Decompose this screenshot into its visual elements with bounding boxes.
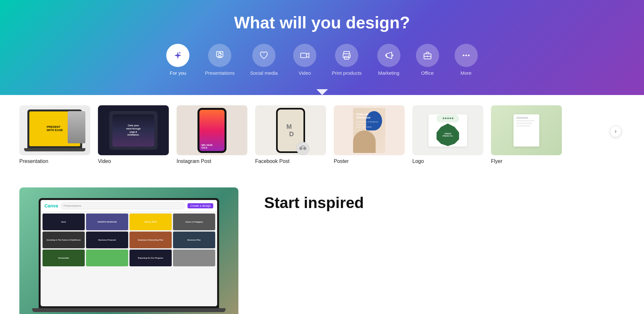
tablet-screen: Clear your mind through yoga & meditatio… xyxy=(112,114,154,147)
phone-frame-instagram: MID-YEARSALE xyxy=(197,108,226,153)
marketing-icon-wrap xyxy=(377,44,400,67)
laptop-mockup-wrap: PRESENTWITH EASE xyxy=(24,109,85,151)
category-more[interactable]: More xyxy=(455,44,478,76)
category-office[interactable]: Office xyxy=(416,44,439,76)
flyer-inner xyxy=(491,105,562,155)
print-products-icon-wrap xyxy=(335,44,358,67)
heart-icon xyxy=(259,51,269,60)
category-navigation: For you Presentations Soc xyxy=(6,44,638,76)
template-card-video[interactable]: Clear your mind through yoga & meditatio… xyxy=(98,105,169,164)
presentation-thumb: PRESENTWITH EASE xyxy=(19,105,90,155)
category-marketing[interactable]: Marketing xyxy=(377,44,400,76)
template-card-poster[interactable]: Pride ArtShowcase an exhibition of all g… xyxy=(334,105,405,164)
svg-point-10 xyxy=(349,55,350,56)
canva-logo: Canva xyxy=(44,203,58,208)
mockup-cell-2: VISUAL ARTS xyxy=(130,214,172,230)
template-card-facebook[interactable]: M D Facebook Post xyxy=(255,105,326,164)
svg-point-18 xyxy=(468,55,469,56)
template-card-presentation[interactable]: PRESENTWITH EASE Presentation xyxy=(19,105,90,164)
start-inspired-heading: Start inspired xyxy=(264,194,364,212)
pres-screen-text: PRESENTWITH EASE xyxy=(45,124,64,133)
more-icon-wrap xyxy=(455,44,478,67)
facebook-label: Facebook Post xyxy=(255,158,290,164)
mockup-cell-4: Investing in The Future of Healthcare xyxy=(43,232,85,248)
flyer-paper xyxy=(514,114,539,147)
category-print-products[interactable]: Print products xyxy=(332,44,362,76)
sparkle-icon xyxy=(173,50,183,61)
megaphone-icon xyxy=(384,51,394,60)
category-presentations[interactable]: Presentations xyxy=(205,44,235,76)
scroll-right-button[interactable]: › xyxy=(610,126,621,137)
pride-subtitle: an exhibition of all genresof art to x ·… xyxy=(356,121,378,128)
presentation-label: Presentation xyxy=(19,158,48,164)
social-media-icon-wrap xyxy=(252,44,275,67)
mockup-laptop-frame: Canva Presentations Create a design Deck… xyxy=(39,198,219,308)
hero-arrow xyxy=(316,89,328,95)
svg-rect-6 xyxy=(301,53,306,58)
category-video[interactable]: Video xyxy=(293,44,316,76)
poster-thumb: Pride ArtShowcase an exhibition of all g… xyxy=(334,105,405,155)
mockup-cell-9 xyxy=(86,250,128,266)
templates-wrapper: PRESENTWITH EASE Presentation xyxy=(19,105,625,164)
svg-point-0 xyxy=(179,52,180,53)
mockup-laptop-screen: Canva Presentations Create a design Deck… xyxy=(41,200,217,306)
more-dots-icon xyxy=(461,51,471,60)
social-media-label: Social media xyxy=(250,70,278,76)
facebook-inner: M D xyxy=(276,108,305,153)
template-card-flyer[interactable]: Flyer xyxy=(491,105,562,164)
mockup-cell-8: Sustainable xyxy=(43,250,85,266)
poster-label: Poster xyxy=(334,158,349,164)
video-thumb: Clear your mind through yoga & meditatio… xyxy=(98,105,169,155)
video-text: Clear your mind through yoga & meditatio… xyxy=(126,124,140,137)
mockup-search-bar: Presentations xyxy=(61,202,185,209)
poster-tan-blob xyxy=(353,130,376,153)
video-icon-wrap xyxy=(293,44,316,67)
presentations-label: Presentations xyxy=(205,70,235,76)
hero-banner: What will you design? For you xyxy=(0,0,644,95)
facebook-thumb: M D xyxy=(255,105,326,155)
mockup-cell-11 xyxy=(173,250,215,266)
laptop-mockup-section: Canva Presentations Create a design Deck… xyxy=(19,187,238,314)
for-you-label: For you xyxy=(170,70,186,76)
phone-screen-instagram: MID-YEARSALE xyxy=(199,110,225,151)
logo-card-inner: ★★★★★ GREENFRESH CO. xyxy=(428,114,467,147)
mockup-cell-10: Reporting On Our Progress xyxy=(130,250,172,266)
logo-thumb: ★★★★★ GREENFRESH CO. xyxy=(412,105,483,155)
templates-row: PRESENTWITH EASE Presentation xyxy=(19,105,625,164)
mockup-grid: DeckGROWTH INCREASEVISUAL ARTSbasics of … xyxy=(41,212,217,268)
template-card-logo[interactable]: ★★★★★ GREENFRESH CO. Logo xyxy=(412,105,483,164)
poster-inner: Pride ArtShowcase an exhibition of all g… xyxy=(353,108,385,153)
insta-sale-text: MID-YEARSALE xyxy=(201,144,213,149)
briefcase-icon xyxy=(423,51,432,60)
mockup-cell-0: Deck xyxy=(43,214,85,230)
hero-title: What will you design? xyxy=(6,13,638,32)
mockup-laptop: Canva Presentations Create a design Deck… xyxy=(35,198,222,312)
canva-mockup-header: Canva Presentations Create a design xyxy=(41,200,217,212)
svg-point-11 xyxy=(392,55,393,56)
laptop-base-bar xyxy=(32,308,226,312)
svg-point-16 xyxy=(463,55,464,56)
category-for-you[interactable]: For you xyxy=(166,44,189,76)
video-label: Video xyxy=(299,70,311,76)
start-inspired-section: Start inspired xyxy=(264,187,364,212)
office-label: Office xyxy=(421,70,434,76)
flyer-thumb xyxy=(491,105,562,155)
logo-badge-shape: GREENFRESH CO. xyxy=(437,124,459,146)
template-card-instagram[interactable]: MID-YEARSALE Instagram Post xyxy=(177,105,247,164)
marketing-label: Marketing xyxy=(378,70,399,76)
bottom-section: Canva Presentations Create a design Deck… xyxy=(0,175,644,314)
mockup-cell-7: Business Plan xyxy=(173,232,215,248)
office-icon-wrap xyxy=(416,44,439,67)
svg-point-15 xyxy=(427,56,428,57)
pride-text-overlay: Pride ArtShowcase an exhibition of all g… xyxy=(356,113,378,128)
mockup-cta-button: Create a design xyxy=(187,203,213,208)
category-social-media[interactable]: Social media xyxy=(250,44,278,76)
pres-person-photo xyxy=(68,111,85,143)
video-label: Video xyxy=(98,158,111,164)
templates-section: PRESENTWITH EASE Presentation xyxy=(0,95,644,175)
mockup-cell-6: Employee Onboarding Plan xyxy=(130,232,172,248)
mockup-cell-1: GROWTH INCREASE xyxy=(86,214,128,230)
svg-point-19 xyxy=(296,142,309,155)
mockup-cell-3: basics of Vlogging xyxy=(173,214,215,230)
fb-initials: M D xyxy=(286,123,295,138)
